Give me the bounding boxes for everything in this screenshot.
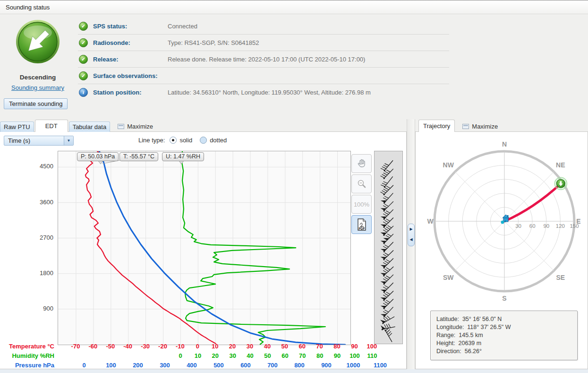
time-tick-label: 3600 [0, 199, 53, 206]
compass-label-n: N [502, 140, 507, 148]
compass-label-w: W [427, 217, 434, 225]
status-row-value: Connected [168, 23, 197, 30]
status-row-label: SPS status: [93, 23, 168, 30]
axis-tick: 600 [235, 362, 256, 369]
status-row: ✓Radiosonde:Type: RS41-SGP, S/N: S064185… [78, 35, 449, 51]
wind-barbs [375, 151, 402, 344]
pdf-icon: PDF [356, 218, 368, 231]
time-tick-label: 2700 [0, 234, 53, 241]
sonde-marker [554, 177, 567, 190]
radial-tick-label: 90 [543, 223, 549, 229]
tab-edt[interactable]: EDT [35, 120, 68, 132]
axis-tick: 110 [362, 352, 383, 359]
window-titlebar: Sounding status [0, 0, 588, 14]
time-tick-label: 1800 [0, 269, 53, 277]
edt-panel: Time (s) ▼ Line type: soliddotted 900180… [0, 131, 407, 369]
tab-trajectory[interactable]: Trajectory [418, 120, 455, 132]
wind-barb [381, 193, 393, 203]
wind-barb [381, 169, 393, 179]
status-row: ✓SPS status:Connected [78, 18, 449, 35]
pdf-export-button[interactable]: PDF [351, 215, 372, 234]
axis-tick: 100 [101, 362, 121, 369]
maximize-icon [462, 124, 469, 129]
tab-tabular-data[interactable]: Tabular data [69, 121, 111, 132]
status-row: iStation position:Latitude: 34.56310° No… [78, 84, 449, 100]
pressure-axis-label: Pressure hPa [0, 362, 54, 369]
zoom-100-button[interactable]: 100% [351, 195, 372, 214]
status-ok-icon: ✓ [79, 22, 88, 31]
wind-barb [381, 218, 393, 228]
edt-tabs: Raw PTUEDTTabular data [0, 120, 111, 132]
edt-chart[interactable]: P: 50.03 hPa T: -55.57 °C U: 1.47 %RH [58, 151, 351, 345]
chart-canvas [58, 151, 350, 345]
compass-label-ne: NE [556, 161, 565, 169]
radio-solid [170, 137, 177, 144]
maximize-toggle-left[interactable]: Maximize [118, 123, 153, 130]
pan-button[interactable] [351, 154, 372, 173]
wind-barb [381, 250, 394, 260]
status-row-label: Radiosonde: [93, 39, 168, 46]
axis-tick: 700 [262, 362, 283, 369]
edt-tabbar: Raw PTUEDTTabular data Maximize [0, 120, 153, 132]
panel-splitter[interactable]: ▶ ◀ [407, 119, 415, 369]
terminate-sounding-button[interactable]: Terminate sounding [4, 98, 68, 109]
wind-barb-column [374, 151, 403, 344]
axis-tick: 100 [361, 343, 382, 350]
status-ok-icon: ✓ [79, 55, 88, 64]
chart-toolbar: 100% PDF [351, 154, 372, 235]
humidity-axis-label: Humidity %RH [0, 352, 54, 359]
trajectory-direction: Direction: 56.26° [436, 347, 571, 356]
line-type-group: Line type: soliddotted [138, 137, 234, 144]
window-bottom-edge [0, 369, 588, 373]
magnifier-minus-icon [357, 179, 367, 189]
line-type-label: Line type: [138, 137, 165, 144]
wind-barb [381, 234, 393, 244]
status-ok-icon: ✓ [79, 38, 88, 47]
axis-tick: 200 [128, 362, 148, 369]
wind-barb [381, 291, 394, 301]
line-type-option-solid[interactable]: solid [170, 137, 192, 144]
sounding-summary-link[interactable]: Sounding summary [11, 84, 64, 91]
line-type-option-dotted[interactable]: dotted [200, 137, 227, 144]
wind-barb [381, 185, 393, 195]
wind-barb [381, 259, 393, 269]
descending-icon [15, 19, 60, 64]
compass-label-sw: SW [443, 274, 454, 281]
status-row-value: Latitude: 34.56310° North, Longitude: 11… [168, 89, 371, 96]
status-info-icon: i [79, 88, 88, 97]
axis-tick: 900 [316, 362, 337, 369]
axis-tick: 500 [208, 362, 229, 369]
hand-icon [356, 158, 367, 169]
status-row-label: Release: [93, 56, 168, 63]
status-rows: ✓SPS status:Connected✓Radiosonde:Type: R… [78, 18, 449, 100]
radial-tick-label: 150 [570, 223, 579, 229]
y-axis-select-value: Time (s) [4, 137, 64, 144]
trajectory-panel: NNEESESSWWNW306090120150 Latitude: 35° 1… [415, 131, 588, 369]
sounding-state-label: Descending [0, 74, 76, 81]
wind-barb [381, 160, 393, 171]
wind-barb [381, 226, 394, 236]
zoom-100-label: 100% [354, 201, 369, 208]
trajectory-start-dot [501, 221, 504, 224]
wind-barb [381, 209, 393, 220]
temperature-line [85, 151, 216, 344]
zoom-out-button[interactable] [351, 174, 372, 193]
status-row: ✓Release:Release done. Release time: 202… [78, 51, 449, 68]
humidity-line [182, 151, 325, 344]
y-axis-select[interactable]: Time (s) ▼ [4, 136, 74, 146]
trajectory-range: Range: 145.5 km [436, 331, 571, 339]
trajectory-longitude: Longitude: 118° 37' 26.5" W [436, 323, 571, 331]
axis-tick: 0 [74, 362, 94, 369]
readout-temperature: T: -55.57 °C [119, 152, 158, 161]
compass-label-s: S [502, 295, 506, 302]
maximize-toggle-right[interactable]: Maximize [462, 123, 498, 130]
tab-raw-ptu[interactable]: Raw PTU [0, 121, 34, 132]
maximize-label: Maximize [127, 123, 153, 130]
expand-right-button[interactable]: ▶ [408, 224, 414, 234]
trajectory-height: Height: 20639 m [436, 339, 571, 347]
status-row-value: Type: RS41-SGP, S/N: S0641852 [168, 39, 259, 46]
wind-barb [381, 283, 393, 293]
wind-barb [381, 201, 393, 211]
wind-barb [381, 275, 393, 285]
collapse-left-button[interactable]: ◀ [408, 234, 414, 245]
